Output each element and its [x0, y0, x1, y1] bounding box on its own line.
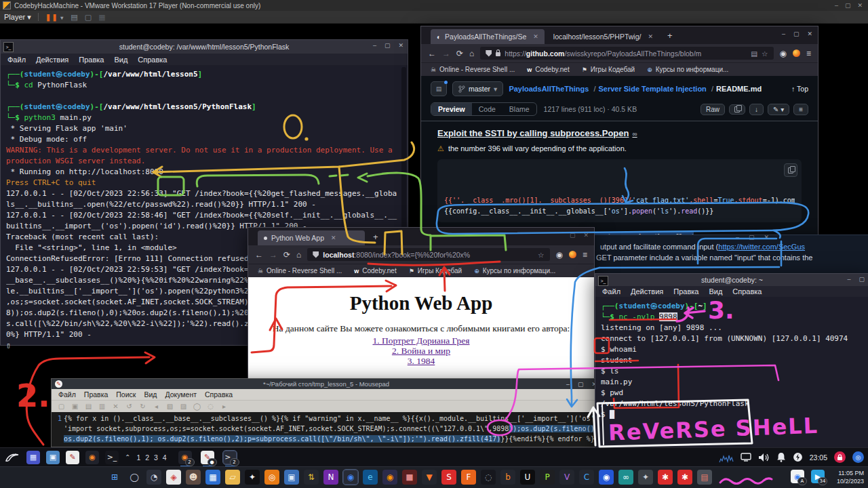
app-ring[interactable]: ◌	[481, 470, 496, 485]
extension-icon[interactable]	[569, 251, 576, 258]
url-bar[interactable]: localhost:8080/index?book={%%20for%20x% …	[307, 248, 549, 261]
app-arrows[interactable]: ⇅	[304, 470, 319, 485]
launcher-terminal[interactable]: >_	[105, 451, 119, 464]
app-vscode[interactable]: C	[579, 470, 594, 485]
mousepad-menu-item[interactable]: Справка	[205, 390, 233, 399]
menu-icon[interactable]: ≡	[806, 49, 811, 58]
update-tray-icon[interactable]: ◎	[852, 451, 864, 463]
menu-icon[interactable]: ≡	[583, 250, 587, 260]
app-carrot[interactable]: ▼	[422, 470, 437, 485]
launcher-show-desktop[interactable]: ▦	[26, 451, 40, 464]
panel-expand-icon[interactable]: ⌃	[125, 453, 130, 461]
edit-button[interactable]: ✎ ▾	[768, 104, 789, 115]
terminal-menu-item[interactable]: Вид	[114, 56, 127, 64]
mp-tool-new[interactable]: ▢	[57, 402, 66, 411]
close-button[interactable]: ✕	[398, 42, 403, 49]
mp-tool-undo[interactable]: ↺	[125, 402, 134, 411]
mousepad-menu-item[interactable]: Файл	[58, 390, 76, 399]
launcher-file-manager[interactable]: ▣	[46, 451, 60, 464]
maximize-button[interactable]: ▢	[570, 232, 576, 239]
tab-localhost-phptwig[interactable]: localhost/lesson5/PHPTwig/✕	[547, 29, 659, 44]
mp-tool-open[interactable]: ▣	[71, 402, 79, 411]
vmware-minimize-button[interactable]: –	[835, 2, 838, 9]
terminal-titlebar[interactable]: >_ student@codeby: ~ – ▢	[595, 274, 868, 286]
send-ctrl-alt-del-button[interactable]: ▤	[71, 13, 77, 22]
back-button[interactable]: ←	[255, 250, 263, 260]
task-firefox[interactable]: ◉2	[178, 451, 192, 464]
tracking-shield-icon[interactable]	[486, 50, 492, 57]
app-edge[interactable]: e	[363, 470, 378, 485]
file-view-tab[interactable]: Blame	[502, 103, 536, 115]
mousepad-menu-item[interactable]: Поиск	[116, 390, 136, 399]
app-gray-red[interactable]: ▤	[697, 470, 712, 485]
maximize-button[interactable]: ▢	[859, 276, 865, 283]
vmware-player-menu[interactable]: Player ▾	[4, 13, 31, 22]
app-chrome[interactable]: ◉	[343, 470, 358, 485]
app-teal[interactable]: ∞	[618, 470, 633, 485]
terminal-menu-item[interactable]: Действия	[36, 56, 68, 64]
tab-close-icon[interactable]: ✕	[648, 33, 653, 40]
app-calendar[interactable]: ▦	[205, 470, 220, 485]
app-firefox[interactable]: ◉	[382, 470, 397, 485]
unity-mode-button[interactable]: ▦	[98, 13, 105, 22]
book-list[interactable]: 1. Портрет Дориана Грея2. Война и мир3. …	[248, 336, 594, 366]
task-terminal[interactable]: >_2	[223, 451, 237, 464]
close-button[interactable]: ✕	[807, 30, 812, 37]
app-hub[interactable]: ◈	[166, 470, 181, 485]
mp-tool-close[interactable]: ✕	[111, 402, 120, 411]
app-maps[interactable]: ◉	[599, 470, 614, 485]
app-onenote[interactable]: N	[323, 470, 338, 485]
download-button[interactable]: ↓	[749, 104, 764, 115]
new-tab-button[interactable]: +	[662, 30, 678, 41]
file-tree-toggle[interactable]: ▤	[431, 81, 447, 96]
maximize-button[interactable]: ▢	[578, 381, 584, 388]
url-bar[interactable]: https://github.com/swisskyrepo/PayloadsA…	[480, 47, 773, 60]
mousepad-menu-item[interactable]: Вид	[144, 390, 157, 399]
app-gear-red-1[interactable]: ✱	[658, 470, 673, 485]
terminal-menu-item[interactable]: Файл	[602, 287, 620, 296]
tray-telegram[interactable]: ▶34	[811, 470, 825, 483]
terminal-menu-item[interactable]: Вид	[709, 287, 722, 296]
win-start[interactable]: ⊞	[107, 470, 122, 485]
pocket-icon[interactable]: ◉	[780, 49, 787, 58]
bookmark-item[interactable]: Codeby.net	[354, 267, 396, 274]
bookmark-star-icon[interactable]: ☆	[538, 251, 544, 259]
tab-payloadsallthethings[interactable]: ◐ PayloadsAllTheThings/Se✕	[431, 29, 545, 44]
outline-button[interactable]: ≡	[793, 104, 808, 115]
bookmark-item[interactable]: Игры Кодебай	[409, 267, 462, 274]
fullscreen-button[interactable]: ▢	[85, 13, 92, 22]
power-manager-icon[interactable]	[793, 452, 803, 462]
volume-icon[interactable]	[758, 453, 770, 462]
app-visual-studio[interactable]: V	[559, 470, 574, 485]
mousepad-menu-item[interactable]: Правка	[84, 390, 108, 399]
app-f-orange[interactable]: F	[461, 470, 476, 485]
twitter-link[interactable]: https://twitter.com/SecGus	[718, 243, 805, 251]
minimize-button[interactable]: –	[736, 234, 739, 241]
pocket-icon[interactable]: ◉	[556, 250, 563, 260]
terminal-menu-item[interactable]: Файл	[7, 56, 26, 64]
close-button[interactable]: ✕	[583, 232, 589, 239]
tracking-shield-icon[interactable]	[313, 251, 319, 258]
notification-bell-icon[interactable]	[776, 452, 786, 462]
close-button[interactable]: ✕	[764, 234, 770, 241]
bookmark-item[interactable]: Игры Кодебай	[582, 66, 635, 73]
extension-icon[interactable]	[793, 49, 800, 57]
terminal-menu-item[interactable]: Действия	[631, 287, 663, 296]
terminal-titlebar[interactable]: >_ student@codeby: /var/www/html/lesson5…	[1, 40, 408, 54]
tray-chrome[interactable]: ◉A	[791, 470, 804, 483]
forward-button[interactable]: →	[442, 49, 450, 58]
reload-button[interactable]: ⟳	[283, 250, 290, 260]
app-gauge[interactable]: ◔	[146, 470, 161, 485]
app-pycharm[interactable]: P	[540, 470, 555, 485]
mp-tool-goto[interactable]: ▸	[220, 402, 229, 411]
breadcrumb-item[interactable]: README.md	[716, 85, 762, 93]
mp-tool-paste[interactable]: ▨	[179, 402, 188, 411]
windows-clock[interactable]: 11:05 PM 10/2/2023	[837, 469, 864, 485]
tab-close-icon[interactable]: ✕	[331, 235, 336, 241]
app-gray[interactable]: ✦	[638, 470, 653, 485]
bookmark-item[interactable]: Курсы по информаци...	[474, 267, 555, 274]
mp-tool-cut[interactable]: ◂	[152, 402, 161, 411]
home-button[interactable]: ⌂	[296, 250, 301, 260]
app-blender[interactable]: b	[500, 470, 515, 485]
raw-button[interactable]: Raw	[701, 104, 725, 115]
